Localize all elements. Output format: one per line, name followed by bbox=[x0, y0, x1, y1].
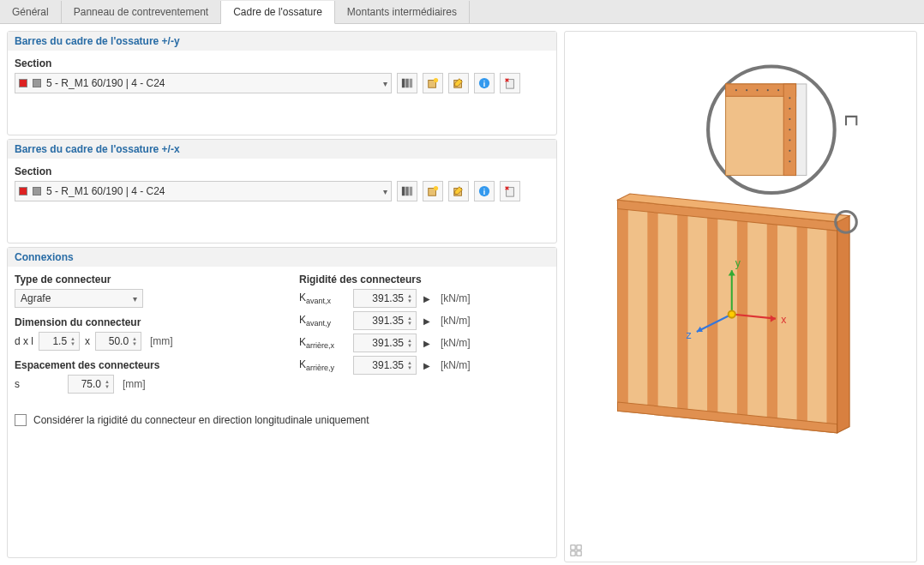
svg-point-51 bbox=[789, 118, 790, 120]
rigid-input-3[interactable]: 391.35 ▲▼ bbox=[353, 356, 417, 375]
spacing-unit: [mm] bbox=[123, 378, 146, 390]
section-dropdown-x[interactable]: 5 - R_M1 60/190 | 4 - C24 ▾ bbox=[15, 181, 392, 201]
library-button[interactable] bbox=[397, 73, 417, 93]
dim-d-input[interactable]: 1.5 ▲▼ bbox=[39, 332, 80, 351]
swatch-gray-icon bbox=[33, 79, 41, 87]
rigidity-label: Rigidité des connecteurs bbox=[299, 273, 549, 286]
connector-type-value: Agrafe bbox=[21, 292, 51, 304]
rigid-key-3: Karrière,y bbox=[299, 358, 346, 372]
dim-l-input[interactable]: 50.0 ▲▼ bbox=[95, 332, 141, 351]
svg-point-37 bbox=[729, 310, 735, 317]
spin-icon[interactable]: ▲▼ bbox=[132, 336, 137, 346]
section-label-y: Section bbox=[15, 57, 549, 69]
spin-icon[interactable]: ▲▼ bbox=[407, 316, 412, 326]
delete-button[interactable] bbox=[500, 181, 520, 201]
connections-columns: Type de connecteur Agrafe ▾ Dimension du… bbox=[15, 273, 549, 402]
spacing-value: 75.0 bbox=[72, 378, 101, 390]
info-button[interactable]: i bbox=[474, 73, 495, 93]
rigid-row-3: Karrière,y 391.35 ▲▼ ▶ [kN/m] bbox=[299, 356, 549, 375]
library-button[interactable] bbox=[397, 181, 417, 201]
section-row-y: 5 - R_M1 60/190 | 4 - C24 ▾ i bbox=[15, 73, 549, 93]
dim-prefix: d x l bbox=[15, 335, 33, 347]
left-column: Barres du cadre de l'ossature +/-y Secti… bbox=[0, 24, 557, 565]
svg-point-52 bbox=[789, 129, 790, 130]
svg-marker-23 bbox=[737, 213, 747, 424]
tab-panneau[interactable]: Panneau de contreventement bbox=[62, 1, 221, 24]
panel-x-body: Section 5 - R_M1 60/190 | 4 - C24 ▾ i bbox=[8, 159, 556, 243]
longitudinal-checkbox[interactable] bbox=[15, 414, 27, 426]
new-section-button[interactable] bbox=[423, 181, 443, 201]
rigid-val-0: 391.35 bbox=[357, 292, 404, 304]
viewport-corner-icon[interactable] bbox=[570, 544, 582, 556]
svg-rect-41 bbox=[796, 84, 807, 176]
panel-connections-title: Connexions bbox=[8, 248, 556, 267]
spin-icon[interactable]: ▲▼ bbox=[407, 338, 412, 348]
svg-rect-10 bbox=[405, 187, 409, 196]
rigid-unit-0: [kN/m] bbox=[441, 292, 471, 304]
new-section-button[interactable] bbox=[423, 73, 443, 93]
rigid-input-0[interactable]: 391.35 ▲▼ bbox=[353, 289, 417, 308]
rigid-unit-3: [kN/m] bbox=[441, 359, 471, 371]
edit-section-button[interactable] bbox=[448, 181, 469, 201]
svg-point-50 bbox=[789, 108, 790, 110]
svg-point-46 bbox=[756, 89, 758, 91]
panel-y-body: Section 5 - R_M1 60/190 | 4 - C24 ▾ i bbox=[8, 51, 556, 135]
rigid-input-1[interactable]: 391.35 ▲▼ bbox=[353, 311, 417, 330]
apply-button[interactable]: ▶ bbox=[423, 294, 430, 304]
spacing-label: Espacement des connecteurs bbox=[15, 359, 265, 371]
panel-connections-body: Type de connecteur Agrafe ▾ Dimension du… bbox=[8, 267, 556, 433]
svg-marker-22 bbox=[707, 209, 717, 421]
svg-marker-29 bbox=[837, 216, 849, 433]
svg-rect-59 bbox=[577, 551, 581, 556]
spin-icon[interactable]: ▲▼ bbox=[70, 336, 75, 346]
dim-d-value: 1.5 bbox=[43, 335, 67, 347]
chevron-down-icon: ▾ bbox=[383, 187, 387, 196]
svg-rect-1 bbox=[405, 79, 409, 88]
panel-frame-x: Barres du cadre de l'ossature +/-x Secti… bbox=[7, 139, 557, 243]
rigid-val-2: 391.35 bbox=[357, 337, 404, 349]
svg-rect-2 bbox=[410, 79, 413, 88]
axis-z-label: z bbox=[686, 329, 691, 341]
svg-text:i: i bbox=[483, 188, 485, 196]
spin-icon[interactable]: ▲▼ bbox=[407, 293, 412, 304]
spacing-input[interactable]: 75.0 ▲▼ bbox=[68, 375, 114, 394]
panel-frame-y: Barres du cadre de l'ossature +/-y Secti… bbox=[7, 31, 557, 135]
connections-right-col: Rigidité des connecteurs Kavant,x 391.35… bbox=[299, 273, 549, 402]
body: Barres du cadre de l'ossature +/-y Secti… bbox=[0, 24, 924, 565]
dim-unit: [mm] bbox=[150, 335, 173, 347]
spacing-var: s bbox=[15, 378, 25, 390]
axis-y-label: y bbox=[735, 257, 741, 269]
right-column: x y z bbox=[557, 24, 924, 565]
section-row-x: 5 - R_M1 60/190 | 4 - C24 ▾ i bbox=[15, 181, 549, 201]
rigid-key-1: Kavant,y bbox=[299, 314, 346, 328]
tab-bar: Général Panneau de contreventement Cadre… bbox=[0, 0, 924, 24]
svg-point-55 bbox=[789, 160, 790, 162]
svg-point-49 bbox=[789, 97, 790, 99]
svg-rect-0 bbox=[402, 79, 405, 88]
chevron-down-icon: ▾ bbox=[383, 79, 387, 88]
panel-frame-x-title: Barres du cadre de l'ossature +/-x bbox=[8, 140, 556, 159]
rigid-input-2[interactable]: 391.35 ▲▼ bbox=[353, 334, 417, 352]
tab-montants[interactable]: Montants intermédiaires bbox=[335, 1, 470, 24]
section-dropdown-y[interactable]: 5 - R_M1 60/190 | 4 - C24 ▾ bbox=[15, 73, 392, 93]
edit-section-button[interactable] bbox=[448, 73, 469, 93]
delete-button[interactable] bbox=[500, 73, 520, 93]
section-value-y: 5 - R_M1 60/190 | 4 - C24 bbox=[46, 77, 378, 89]
spin-icon[interactable]: ▲▼ bbox=[105, 379, 110, 389]
viewport-3d[interactable]: x y z bbox=[564, 31, 917, 562]
svg-marker-26 bbox=[826, 221, 837, 433]
rigid-row-2: Karrière,x 391.35 ▲▼ ▶ [kN/m] bbox=[299, 334, 549, 352]
spin-icon[interactable]: ▲▼ bbox=[407, 360, 412, 370]
svg-point-54 bbox=[789, 150, 790, 152]
apply-button[interactable]: ▶ bbox=[423, 316, 430, 326]
rigid-row-1: Kavant,y 391.35 ▲▼ ▶ [kN/m] bbox=[299, 311, 549, 330]
connector-type-select[interactable]: Agrafe ▾ bbox=[15, 289, 143, 308]
info-button[interactable]: i bbox=[474, 181, 495, 201]
panel-frame-y-title: Barres du cadre de l'ossature +/-y bbox=[8, 32, 556, 51]
apply-button[interactable]: ▶ bbox=[423, 361, 430, 370]
tab-general[interactable]: Général bbox=[0, 1, 62, 24]
apply-button[interactable]: ▶ bbox=[423, 339, 430, 348]
svg-marker-21 bbox=[677, 206, 687, 418]
tab-cadre[interactable]: Cadre de l'ossature bbox=[221, 1, 335, 24]
rigid-row-0: Kavant,x 391.35 ▲▼ ▶ [kN/m] bbox=[299, 289, 549, 308]
